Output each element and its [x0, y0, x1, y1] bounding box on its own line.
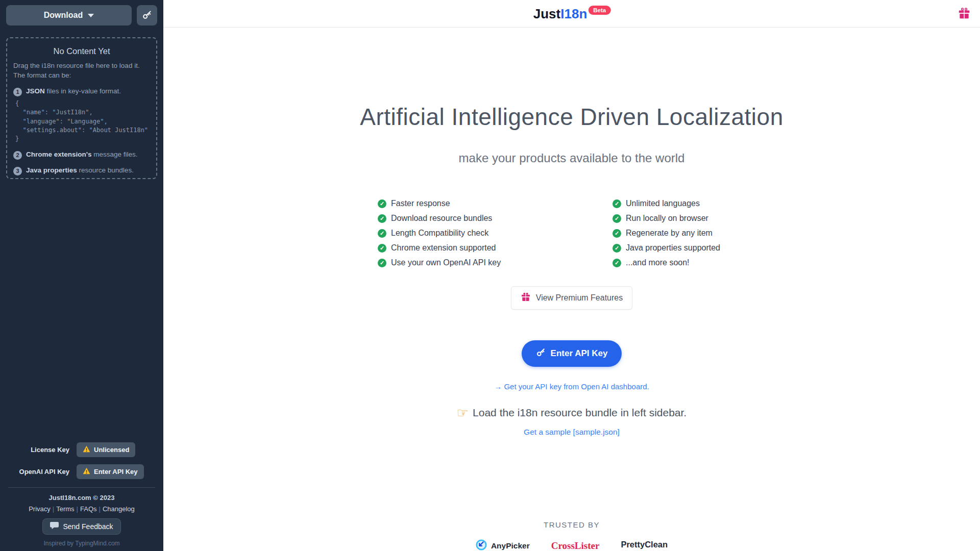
api-key-area: Enter API Key → Get your API key from Op…	[163, 310, 980, 391]
crosslister-logo[interactable]: CrossLister	[551, 540, 600, 551]
enter-api-key-button[interactable]: Enter API Key	[522, 340, 622, 367]
link-separator: |	[53, 505, 54, 513]
page-subtitle: make your products available to the worl…	[163, 151, 980, 165]
check-icon: ✓	[378, 214, 386, 223]
sample-json-link[interactable]: Get a sample [sample.json]	[163, 428, 980, 437]
format-item-text: JSON files in key-value format.	[26, 87, 121, 95]
pointing-right-hand-icon: ☞	[457, 405, 469, 420]
check-icon: ✓	[378, 259, 386, 267]
check-icon: ✓	[378, 229, 386, 238]
format-item-chrome: 2 Chrome extension's message files.	[13, 151, 150, 160]
page-title: Artificial Intelligence Driven Localizat…	[163, 103, 980, 131]
view-premium-features-button[interactable]: View Premium Features	[511, 286, 632, 310]
key-icon	[536, 347, 546, 360]
dropzone-title: No Content Yet	[13, 46, 150, 56]
terms-link[interactable]: Terms	[56, 505, 74, 513]
premium-gift-button[interactable]	[958, 7, 971, 21]
brand-logo-just: Just	[533, 6, 560, 21]
download-button[interactable]: Download	[6, 5, 132, 26]
prettyclean-logo[interactable]: PrettyClean	[621, 540, 668, 551]
feature-list: ✓Faster response ✓Download resource bund…	[163, 199, 980, 273]
feature-column-left: ✓Faster response ✓Download resource bund…	[378, 199, 531, 273]
warning-icon	[83, 445, 90, 454]
chevron-down-icon	[88, 14, 94, 17]
chat-icon	[50, 522, 59, 531]
feature-label: Java properties supported	[626, 243, 720, 253]
divider	[8, 487, 155, 488]
format-item-text: Java properties resource bundles.	[26, 166, 134, 174]
format-item-json: 1 JSON files in key-value format.	[13, 87, 150, 96]
check-icon: ✓	[612, 259, 621, 267]
privacy-link[interactable]: Privacy	[29, 505, 51, 513]
trusted-by-section: TRUSTED BY AnyPicker CrossLister PrettyC…	[163, 520, 980, 551]
feature-item: ✓Unlimited languages	[612, 199, 766, 208]
feature-label: Use your own OpenAI API key	[391, 258, 501, 267]
openai-key-status-button[interactable]: Enter API Key	[77, 464, 144, 479]
feature-item: ✓Download resource bundles	[378, 214, 531, 223]
feature-label: Unlimited languages	[626, 199, 700, 208]
number-badge: 2	[13, 151, 22, 160]
sidebar: Download No Content Yet Drag the i18n re…	[0, 0, 163, 551]
check-icon: ✓	[378, 244, 386, 253]
main-content: JustI18nBeta Artificial Intelligence Dri…	[163, 0, 980, 551]
json-code-sample: { "name": "JustI18n", "language": "Langu…	[15, 99, 150, 144]
license-key-label: License Key	[0, 446, 77, 454]
link-separator: |	[99, 505, 101, 513]
feature-label: Regenerate by any item	[626, 229, 713, 238]
feature-item: ✓Regenerate by any item	[612, 229, 766, 238]
feature-label: Run locally on browser	[626, 214, 708, 223]
gift-icon	[521, 292, 531, 304]
trusted-logos-row: AnyPicker CrossLister PrettyClean	[163, 539, 980, 551]
anypicker-logo[interactable]: AnyPicker	[476, 539, 530, 551]
inspired-by-note: Inspired by TypingMind.com	[0, 540, 163, 547]
dropzone-description: Drag the i18n resource file here to load…	[13, 61, 150, 81]
copyright: JustI18n.com © 2023	[0, 494, 163, 502]
feature-label: Download resource bundles	[391, 214, 492, 223]
load-bundle-hint: ☞Load the i18n resource bundle in left s…	[163, 405, 980, 421]
feature-item: ✓Chrome extension supported	[378, 243, 531, 253]
feature-label: Length Compatibility check	[391, 229, 488, 238]
check-icon: ✓	[612, 244, 621, 253]
feature-item: ✓...and more soon!	[612, 258, 766, 267]
trusted-by-title: TRUSTED BY	[163, 520, 980, 529]
brand-logo: JustI18nBeta	[533, 6, 610, 22]
license-status-button[interactable]: Unlicensed	[77, 442, 135, 457]
sidebar-toolbar: Download	[0, 0, 163, 31]
beta-badge: Beta	[588, 6, 611, 15]
anypicker-logo-label: AnyPicker	[491, 541, 530, 550]
format-item-text: Chrome extension's message files.	[26, 151, 138, 158]
faqs-link[interactable]: FAQs	[80, 505, 97, 513]
check-icon: ✓	[612, 229, 621, 238]
api-key-button[interactable]	[137, 5, 157, 26]
openai-key-label: OpenAI API Key	[0, 468, 77, 475]
footer-links: Privacy|Terms|FAQs|Changelog	[0, 505, 163, 513]
send-feedback-button[interactable]: Send Feedback	[42, 518, 120, 535]
gift-icon	[958, 14, 971, 21]
changelog-link[interactable]: Changelog	[103, 505, 135, 513]
feature-item: ✓Length Compatibility check	[378, 229, 531, 238]
number-badge: 3	[13, 167, 22, 176]
openai-key-status-label: Enter API Key	[94, 468, 138, 475]
enter-api-key-label: Enter API Key	[551, 348, 608, 359]
brand-logo-i18n: I18n	[560, 6, 587, 21]
license-status-label: Unlicensed	[94, 446, 129, 454]
feature-item: ✓Use your own OpenAI API key	[378, 258, 531, 267]
number-badge: 1	[13, 88, 22, 96]
feature-label: ...and more soon!	[626, 258, 690, 267]
feature-item: ✓Java properties supported	[612, 243, 766, 253]
sidebar-footer: License Key Unlicensed OpenAI API Key En…	[0, 442, 163, 547]
check-icon: ✓	[378, 199, 386, 208]
view-premium-features-label: View Premium Features	[536, 293, 623, 303]
feature-label: Chrome extension supported	[391, 243, 496, 253]
feature-column-right: ✓Unlimited languages ✓Run locally on bro…	[612, 199, 766, 273]
link-separator: |	[77, 505, 78, 513]
file-dropzone[interactable]: No Content Yet Drag the i18n resource fi…	[6, 37, 157, 179]
check-icon: ✓	[612, 214, 621, 223]
anypicker-icon	[476, 539, 487, 551]
feature-label: Faster response	[391, 199, 450, 208]
top-header: JustI18nBeta	[163, 0, 980, 28]
check-icon: ✓	[612, 199, 621, 208]
openai-dashboard-link[interactable]: → Get your API key from Open AI dashboar…	[163, 382, 980, 391]
openai-key-row: OpenAI API Key Enter API Key	[0, 464, 153, 479]
warning-icon	[83, 467, 90, 476]
